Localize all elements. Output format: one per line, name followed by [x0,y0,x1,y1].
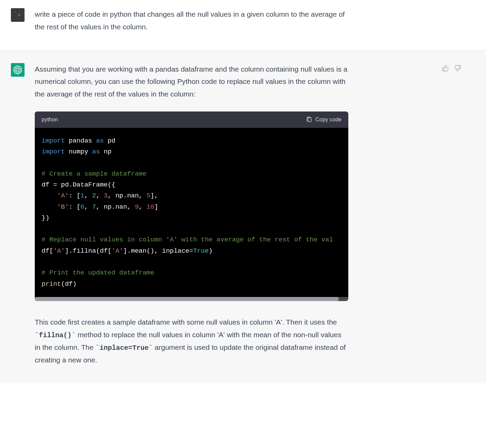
assistant-content: Assuming that you are working with a pan… [35,63,348,367]
thumbs-up-button[interactable] [442,64,449,72]
code-language-label: python [42,115,58,124]
assistant-avatar [11,63,25,77]
user-message-text: write a piece of code in python that cha… [35,8,348,33]
openai-logo-icon [13,65,22,74]
assistant-message: Assuming that you are working with a pan… [0,51,486,384]
code-header: python Copy code [35,111,348,128]
thumbs-down-icon [454,65,461,72]
inline-code-inplace: `inplace=True` [95,344,153,352]
copy-code-button[interactable]: Copy code [306,115,342,124]
code-content: import pandas as pd import numpy as np #… [35,135,348,295]
assistant-intro-text: Assuming that you are working with a pan… [35,63,348,101]
code-body[interactable]: import pandas as pd import numpy as np #… [35,128,348,298]
copy-code-label: Copy code [316,115,342,124]
code-scrollbar-thumb[interactable] [35,297,339,301]
code-scrollbar[interactable] [35,297,348,301]
clipboard-icon [306,117,312,123]
svg-rect-0 [308,118,311,122]
feedback-controls [442,63,475,367]
code-block: python Copy code import pandas as pd imp… [35,111,348,301]
thumbs-up-icon [442,65,449,72]
thumbs-down-button[interactable] [454,64,461,72]
inline-code-fillna: `fillna()` [35,331,76,339]
assistant-outro-text: This code first creates a sample datafra… [35,316,348,367]
user-message: write a piece of code in python that cha… [0,0,486,51]
user-avatar [11,8,25,22]
